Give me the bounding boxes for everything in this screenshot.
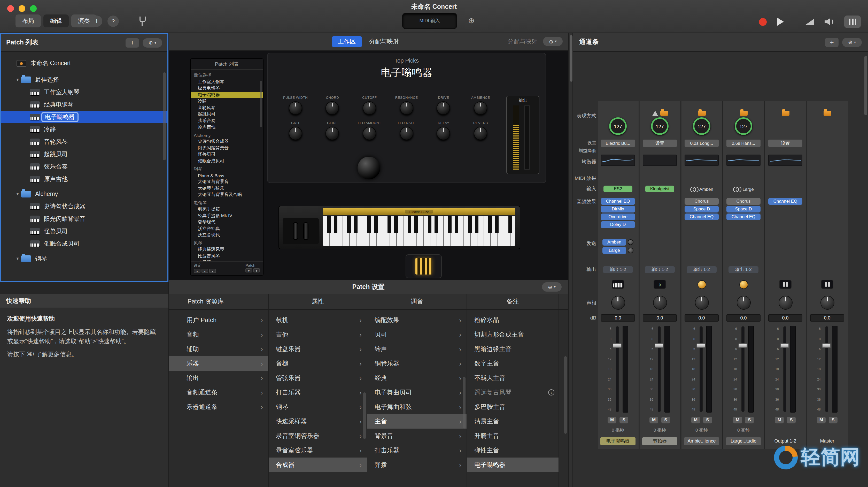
onscreen-patch-item[interactable]: 经典摇滚风琴 [191, 247, 263, 253]
eq-display[interactable] [601, 154, 635, 166]
library-item[interactable]: 铃声 › [367, 342, 467, 356]
audio-effect-slot[interactable]: Overdrive [601, 213, 635, 220]
library-item[interactable]: 录音室弦乐器 › [269, 443, 367, 458]
mute-button[interactable]: M [733, 417, 742, 423]
volume-fader[interactable] [613, 326, 622, 412]
onscreen-patch-item[interactable]: 大钢琴与弦乐 [191, 185, 263, 192]
audio-effect-slot[interactable]: Delay D [601, 221, 635, 228]
patch-list-action-menu[interactable]: ⊕ ▾ [143, 38, 162, 47]
pan-knob[interactable] [653, 295, 667, 309]
patch-tree-row[interactable]: ▾ 钢琴 [1, 252, 167, 265]
mini-select[interactable]: ▾ [194, 269, 200, 273]
eq-display[interactable] [643, 154, 677, 166]
solo-button[interactable]: S [787, 417, 796, 423]
library-item[interactable]: 录音室铜管乐器 › [269, 429, 367, 443]
onscreen-patch-item[interactable]: 弦乐合奏 [191, 118, 263, 124]
sustain-pedal[interactable] [406, 254, 442, 278]
solo-button[interactable]: S [661, 417, 670, 423]
onscreen-patch-item[interactable]: 冷静 [191, 98, 263, 105]
onscreen-patch-item[interactable]: 明亮手提箱 [191, 206, 263, 213]
patch-tree-row[interactable]: ▾ 经典电钢琴 [1, 98, 167, 111]
audio-effect-slot[interactable]: Channel EQ [726, 213, 761, 220]
library-item[interactable]: 背景音 › [367, 429, 467, 443]
library-item[interactable]: 音频 › [169, 327, 268, 342]
mini-select[interactable]: ▾ [253, 268, 260, 273]
channel-strip-toggle-button[interactable] [844, 16, 861, 28]
audio-effect-slot[interactable]: DirMix [601, 206, 635, 212]
pan-knob[interactable] [820, 295, 834, 309]
synth-knob[interactable] [363, 127, 376, 140]
audio-effect-slot[interactable]: Chorus [685, 198, 719, 205]
setting-button[interactable]: 2.6s Hans... [726, 140, 761, 147]
pan-knob[interactable] [611, 295, 625, 309]
input-slot[interactable]: Amben [690, 187, 713, 192]
patch-tree-row[interactable]: ▾ 弦乐合奏 [1, 160, 167, 173]
send-slot[interactable]: Amben [602, 239, 633, 246]
library-item[interactable]: 弹拨 › [367, 458, 467, 472]
audio-effect-slot[interactable]: Space D [726, 206, 761, 212]
master-level-icon[interactable] [805, 19, 814, 25]
scrollbar-thumb[interactable] [564, 356, 567, 434]
onscreen-patch-item[interactable]: 经典手提箱 Mk IV [191, 213, 263, 219]
onscreen-patch-item[interactable]: 起跳贝司 [191, 111, 263, 118]
library-item[interactable]: 合成器 › [269, 458, 367, 472]
disclosure-icon[interactable]: ▾ [14, 191, 21, 197]
workspace-tab[interactable]: 工作区 [332, 36, 362, 47]
mini-select[interactable]: ▾ [209, 269, 216, 273]
library-patch-item[interactable]: 弹性主音 ↓ › [467, 443, 559, 458]
library-patch-item[interactable]: 粉碎水晶 ↓ › [467, 313, 559, 327]
onscreen-patch-item[interactable]: 最佳选择 [191, 73, 263, 79]
mod-wheel[interactable] [303, 222, 308, 240]
patch-tree-row[interactable]: ▾ 怪兽贝司 [1, 225, 167, 237]
mode-tab[interactable]: 编辑 [43, 15, 69, 27]
volume-readout[interactable]: 0.0 [726, 314, 761, 321]
send-level-knob[interactable] [628, 248, 633, 253]
strip-name[interactable]: Output 1-2 [768, 437, 803, 445]
send-slot[interactable]: Large [602, 247, 633, 254]
onscreen-patch-item[interactable]: 催眠合成贝司 [191, 158, 263, 164]
library-item[interactable]: 键盘乐器 › [269, 342, 367, 356]
output-slot[interactable]: 输出 1-2 [603, 266, 633, 273]
disclosure-icon[interactable]: ▾ [14, 77, 21, 82]
channel-strips-action-menu[interactable]: ⊕ ▾ [842, 37, 862, 47]
fader-handle[interactable] [613, 343, 622, 348]
library-item[interactable]: 输出 › [169, 371, 268, 385]
library-item[interactable]: 经典 › [367, 371, 467, 385]
volume-readout[interactable]: 0.0 [768, 314, 802, 321]
library-patch-item[interactable]: 遥远复古风琴 ↓ › [467, 385, 559, 400]
audio-effect-slot[interactable]: Channel EQ [601, 198, 635, 205]
library-item[interactable]: 钢琴 › [269, 400, 367, 414]
library-item[interactable]: 鼓机 › [269, 313, 367, 327]
synth-knob[interactable] [474, 127, 487, 140]
sphere-control[interactable] [358, 156, 380, 179]
gain-knob[interactable]: 127 [693, 117, 710, 135]
onscreen-patch-item[interactable]: 音轮风琴 [191, 105, 263, 111]
scrollbar-thumb[interactable] [570, 35, 572, 82]
record-button[interactable] [759, 18, 767, 26]
library-patch-item[interactable]: 多巴胺主音 ↓ › [467, 400, 559, 414]
mute-button[interactable]: M [691, 417, 700, 423]
synth-knob[interactable] [289, 101, 302, 115]
scrollbar-thumb[interactable] [463, 377, 466, 429]
library-item[interactable]: 贝司 › [367, 327, 467, 342]
library-item[interactable]: 管弦乐器 › [269, 371, 367, 385]
synth-knob[interactable] [289, 127, 302, 140]
pan-knob[interactable] [695, 295, 709, 309]
input-slot[interactable]: ES2 [603, 185, 632, 192]
patch-tree-row[interactable]: ▾ 阳光闪耀背景音 [1, 212, 167, 225]
library-item[interactable]: 音频通道条 › [169, 385, 268, 400]
volume-readout[interactable]: 0.0 [601, 314, 635, 321]
audio-effect-slot[interactable]: Channel EQ [768, 198, 802, 205]
audio-effect-slot[interactable]: Space D [685, 206, 719, 212]
volume-fader[interactable] [739, 326, 747, 412]
library-item[interactable]: 铜管乐器 › [367, 356, 467, 371]
onscreen-patch-item[interactable]: Alchemy [191, 132, 263, 139]
fader-handle[interactable] [780, 343, 789, 348]
library-item[interactable]: 电子舞曲贝司 › [367, 385, 467, 400]
onscreen-patch-item[interactable]: 电子嗡鸣器 [191, 92, 263, 98]
fader-handle[interactable] [697, 343, 706, 348]
play-button[interactable] [777, 18, 784, 26]
disclosure-icon[interactable]: ▾ [14, 256, 21, 261]
volume-fader[interactable] [780, 326, 789, 412]
gain-knob[interactable]: 127 [735, 117, 752, 135]
